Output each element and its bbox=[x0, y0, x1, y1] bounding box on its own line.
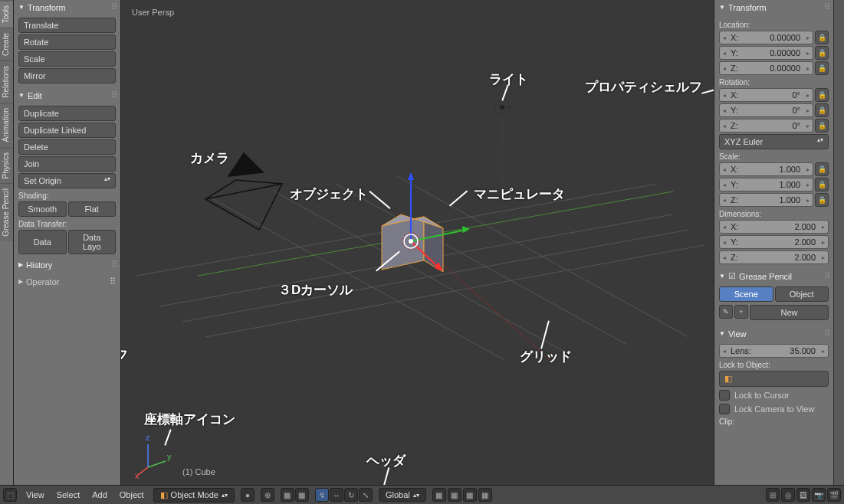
lock-camera-checkbox[interactable] bbox=[719, 404, 730, 414]
snap-icon[interactable]: ⊞ bbox=[766, 488, 780, 502]
dim-x-field[interactable]: ◂X:2.000▸ bbox=[719, 220, 829, 234]
lock-rz-icon[interactable]: 🔒 bbox=[815, 119, 829, 133]
scale-x-field[interactable]: ◂X:1.000▸ bbox=[719, 162, 813, 176]
layers-grid-icon[interactable]: ▦ bbox=[478, 488, 492, 502]
menu-add[interactable]: Add bbox=[89, 489, 110, 501]
updown-icon: ▴▾ bbox=[817, 137, 823, 146]
grip-icon: ⠿ bbox=[111, 260, 116, 270]
grease-object-toggle[interactable]: Object bbox=[775, 286, 829, 302]
proportional-icon[interactable]: ◎ bbox=[781, 488, 795, 502]
rotate-manip-icon[interactable]: ↻ bbox=[344, 488, 358, 502]
translate-manip-icon[interactable]: ↔ bbox=[330, 488, 343, 502]
set-origin-dropdown[interactable]: Set Origin ▴▾ bbox=[18, 173, 116, 188]
plus-icon[interactable]: + bbox=[734, 305, 748, 319]
layer-button[interactable]: ▦ bbox=[295, 488, 309, 502]
tab-physics[interactable]: Physics bbox=[0, 147, 13, 183]
viewport-3d[interactable]: User Persp bbox=[121, 0, 714, 485]
lock-x-icon[interactable]: 🔒 bbox=[815, 31, 829, 44]
svg-line-5 bbox=[274, 191, 566, 352]
menu-select[interactable]: Select bbox=[54, 489, 84, 501]
dim-z-field[interactable]: ◂Z:2.000▸ bbox=[719, 250, 829, 264]
rotation-y-field[interactable]: ◂Y:0°▸ bbox=[719, 103, 813, 117]
grease-scene-toggle[interactable]: Scene bbox=[719, 286, 773, 302]
lock-object-dropdown[interactable]: ◧ bbox=[719, 371, 829, 387]
orientation-dropdown[interactable]: Global ▴▾ bbox=[379, 488, 426, 502]
scale-y-field[interactable]: ◂Y:1.000▸ bbox=[719, 178, 813, 191]
lock-sy-icon[interactable]: 🔒 bbox=[815, 178, 829, 191]
lock-cursor-checkbox[interactable] bbox=[719, 390, 730, 401]
scale-button[interactable]: Scale bbox=[18, 51, 116, 67]
tab-animation[interactable]: Animation bbox=[0, 103, 13, 146]
object-name-label: (1) Cube bbox=[182, 467, 215, 476]
panel-props-transform-header[interactable]: ▼ Transform ⠿ bbox=[714, 0, 833, 15]
panel-history-header[interactable]: ▶ History ⠿ bbox=[14, 257, 120, 272]
tool-shelf-tabs: Tools Create Relations Animation Physics… bbox=[0, 0, 14, 485]
rotation-x-field[interactable]: ◂X:0°▸ bbox=[719, 88, 813, 102]
lens-field[interactable]: ◂Lens:35.000▸ bbox=[719, 344, 829, 358]
scale-manip-icon[interactable]: ⤡ bbox=[359, 488, 373, 502]
triangle-right-icon: ▶ bbox=[18, 261, 23, 268]
rotation-z-field[interactable]: ◂Z:0°▸ bbox=[719, 119, 813, 133]
clapper-icon[interactable]: 🎬 bbox=[827, 488, 841, 502]
mirror-button[interactable]: Mirror bbox=[18, 68, 116, 83]
scale-z-field[interactable]: ◂Z:1.000▸ bbox=[719, 193, 813, 207]
manipulator-toggle-icon[interactable]: ↯ bbox=[315, 488, 329, 502]
updown-icon: ▴▾ bbox=[413, 492, 419, 499]
updown-icon: ▴▾ bbox=[222, 492, 228, 499]
camera-icon[interactable]: 📷 bbox=[812, 488, 826, 502]
pencil-icon[interactable]: ✎ bbox=[719, 305, 733, 319]
layers-grid-icon[interactable]: ▦ bbox=[432, 488, 446, 502]
svg-line-6 bbox=[336, 184, 627, 345]
shading-sphere-icon[interactable]: ● bbox=[241, 488, 255, 502]
panel-view-header[interactable]: ▼ View ⠿ bbox=[714, 326, 833, 341]
mode-dropdown[interactable]: ◧ Object Mode ▴▾ bbox=[153, 488, 235, 502]
location-z-field[interactable]: ◂Z:0.00000▸ bbox=[719, 61, 813, 75]
lock-y-icon[interactable]: 🔒 bbox=[815, 46, 829, 60]
duplicate-linked-button[interactable]: Duplicate Linked bbox=[18, 123, 116, 138]
menu-view[interactable]: View bbox=[23, 489, 48, 501]
join-button[interactable]: Join bbox=[18, 156, 116, 172]
layer-button[interactable]: ▦ bbox=[281, 488, 294, 502]
translate-button[interactable]: Translate bbox=[18, 18, 116, 33]
grip-icon: ⠿ bbox=[111, 2, 116, 12]
rotate-button[interactable]: Rotate bbox=[18, 34, 116, 50]
smooth-button[interactable]: Smooth bbox=[18, 201, 67, 217]
svg-point-27 bbox=[500, 105, 504, 110]
data-button[interactable]: Data bbox=[18, 230, 67, 254]
clip-label: Clip: bbox=[719, 417, 829, 426]
panel-transform-header[interactable]: ▼ Transform ⠿ bbox=[14, 0, 120, 15]
lock-sz-icon[interactable]: 🔒 bbox=[815, 193, 829, 207]
data-transfer-label: Data Transfer: bbox=[18, 220, 116, 228]
pivot-icon[interactable]: ⊕ bbox=[261, 488, 274, 502]
grip-icon: ⠿ bbox=[111, 90, 116, 100]
dim-y-field[interactable]: ◂Y:2.000▸ bbox=[719, 235, 829, 249]
svg-text:z: z bbox=[146, 433, 150, 442]
duplicate-button[interactable]: Duplicate bbox=[18, 106, 116, 121]
lock-rx-icon[interactable]: 🔒 bbox=[815, 88, 829, 102]
lock-z-icon[interactable]: 🔒 bbox=[815, 61, 829, 75]
tab-relations[interactable]: Relations bbox=[0, 61, 13, 103]
tab-tools[interactable]: Tools bbox=[0, 0, 13, 28]
rotation-mode-dropdown[interactable]: XYZ Euler▴▾ bbox=[719, 134, 829, 149]
tab-grease-pencil[interactable]: Grease Pencil bbox=[0, 183, 13, 241]
location-x-field[interactable]: ◂X:0.00000▸ bbox=[719, 31, 813, 44]
lock-camera-label: Lock Camera to View bbox=[734, 404, 814, 414]
lock-sx-icon[interactable]: 🔒 bbox=[815, 162, 829, 176]
data-layout-button[interactable]: Data Layo bbox=[68, 230, 117, 254]
render-preview-icon[interactable]: 🖼 bbox=[796, 488, 810, 502]
flat-button[interactable]: Flat bbox=[68, 201, 117, 217]
grease-new-button[interactable]: New bbox=[750, 305, 829, 320]
location-y-field[interactable]: ◂Y:0.00000▸ bbox=[719, 46, 813, 60]
layers-grid-icon[interactable]: ▦ bbox=[448, 488, 461, 502]
delete-button[interactable]: Delete bbox=[18, 139, 116, 155]
menu-object[interactable]: Object bbox=[117, 489, 147, 501]
layers-grid-icon[interactable]: ▦ bbox=[463, 488, 477, 502]
lock-ry-icon[interactable]: 🔒 bbox=[815, 103, 829, 117]
panel-edit-header[interactable]: ▼ Edit ⠿ bbox=[14, 88, 120, 103]
checkbox-icon[interactable]: ☑ bbox=[728, 271, 736, 281]
tab-create[interactable]: Create bbox=[0, 28, 13, 61]
panel-grease-header[interactable]: ▼ ☑ Grease Pencil ⠿ bbox=[714, 269, 833, 283]
scrollbar[interactable] bbox=[833, 0, 844, 485]
editor-type-icon[interactable]: ⬚ bbox=[3, 488, 17, 502]
shading-label: Shading: bbox=[18, 191, 116, 200]
